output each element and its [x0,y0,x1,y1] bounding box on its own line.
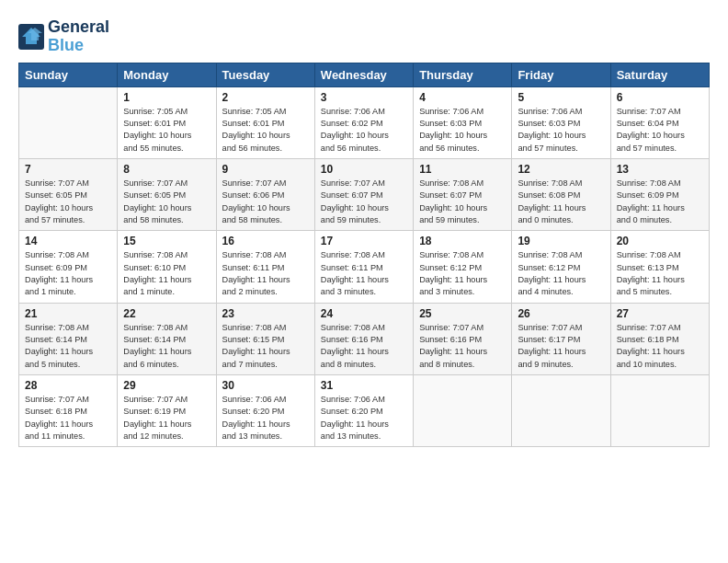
day-number: 2 [222,91,309,104]
day-info: Sunrise: 7:08 AM Sunset: 6:07 PM Dayligh… [419,178,506,226]
day-number: 24 [321,307,407,320]
day-number: 28 [25,379,111,392]
weekday-header-tuesday: Tuesday [216,63,314,86]
header: General Blue [18,18,710,55]
day-cell: 1Sunrise: 7:05 AM Sunset: 6:01 PM Daylig… [118,86,216,158]
day-info: Sunrise: 7:08 AM Sunset: 6:13 PM Dayligh… [617,249,703,298]
day-number: 17 [321,235,407,247]
day-cell: 19Sunrise: 7:08 AM Sunset: 6:12 PM Dayli… [512,231,610,303]
day-info: Sunrise: 7:08 AM Sunset: 6:14 PM Dayligh… [25,322,111,371]
day-cell: 29Sunrise: 7:07 AM Sunset: 6:19 PM Dayli… [118,375,216,447]
day-cell: 10Sunrise: 7:07 AM Sunset: 6:07 PM Dayli… [314,158,413,230]
day-number: 29 [123,379,210,392]
day-number: 12 [518,163,604,176]
day-number: 3 [321,91,407,104]
weekday-header-row: SundayMondayTuesdayWednesdayThursdayFrid… [19,63,710,86]
day-info: Sunrise: 7:08 AM Sunset: 6:14 PM Dayligh… [123,322,210,371]
day-number: 26 [518,307,604,320]
day-number: 30 [222,379,309,392]
day-number: 21 [25,307,111,320]
day-info: Sunrise: 7:06 AM Sunset: 6:20 PM Dayligh… [321,394,407,442]
day-number: 25 [419,307,506,320]
day-cell: 16Sunrise: 7:08 AM Sunset: 6:11 PM Dayli… [216,231,314,303]
day-cell: 9Sunrise: 7:07 AM Sunset: 6:06 PM Daylig… [216,158,314,230]
day-cell: 24Sunrise: 7:08 AM Sunset: 6:16 PM Dayli… [314,303,413,374]
day-cell: 13Sunrise: 7:08 AM Sunset: 6:09 PM Dayli… [610,158,709,230]
week-row-3: 14Sunrise: 7:08 AM Sunset: 6:09 PM Dayli… [19,231,710,303]
day-cell: 6Sunrise: 7:07 AM Sunset: 6:04 PM Daylig… [610,86,709,158]
logo-text: General Blue [48,18,109,55]
day-number: 4 [419,91,506,104]
day-cell: 30Sunrise: 7:06 AM Sunset: 6:20 PM Dayli… [216,375,314,447]
day-cell: 31Sunrise: 7:06 AM Sunset: 6:20 PM Dayli… [314,375,413,447]
page: General Blue SundayMondayTuesdayWednesda… [0,0,728,456]
day-info: Sunrise: 7:07 AM Sunset: 6:18 PM Dayligh… [25,394,111,442]
day-info: Sunrise: 7:08 AM Sunset: 6:10 PM Dayligh… [123,249,210,298]
day-info: Sunrise: 7:07 AM Sunset: 6:16 PM Dayligh… [419,322,506,371]
week-row-4: 21Sunrise: 7:08 AM Sunset: 6:14 PM Dayli… [19,303,710,374]
day-info: Sunrise: 7:08 AM Sunset: 6:08 PM Dayligh… [518,178,604,226]
day-info: Sunrise: 7:07 AM Sunset: 6:06 PM Dayligh… [222,178,309,226]
day-info: Sunrise: 7:07 AM Sunset: 6:07 PM Dayligh… [321,178,407,226]
day-cell: 21Sunrise: 7:08 AM Sunset: 6:14 PM Dayli… [19,303,118,374]
day-number: 8 [123,163,210,176]
day-cell [19,86,118,158]
day-cell: 11Sunrise: 7:08 AM Sunset: 6:07 PM Dayli… [414,158,512,230]
day-cell: 4Sunrise: 7:06 AM Sunset: 6:03 PM Daylig… [414,86,512,158]
day-info: Sunrise: 7:07 AM Sunset: 6:17 PM Dayligh… [518,322,604,371]
day-cell: 25Sunrise: 7:07 AM Sunset: 6:16 PM Dayli… [414,303,512,374]
day-info: Sunrise: 7:08 AM Sunset: 6:15 PM Dayligh… [222,322,309,371]
week-row-5: 28Sunrise: 7:07 AM Sunset: 6:18 PM Dayli… [19,375,710,447]
day-cell [512,375,610,447]
day-cell [414,375,512,447]
day-info: Sunrise: 7:07 AM Sunset: 6:04 PM Dayligh… [617,106,703,155]
weekday-header-friday: Friday [512,63,610,86]
day-number: 1 [123,91,210,104]
day-cell: 15Sunrise: 7:08 AM Sunset: 6:10 PM Dayli… [118,231,216,303]
day-info: Sunrise: 7:05 AM Sunset: 6:01 PM Dayligh… [222,106,309,155]
logo-icon [18,24,44,50]
day-cell: 14Sunrise: 7:08 AM Sunset: 6:09 PM Dayli… [19,231,118,303]
day-number: 14 [25,235,111,247]
day-cell: 23Sunrise: 7:08 AM Sunset: 6:15 PM Dayli… [216,303,314,374]
day-info: Sunrise: 7:07 AM Sunset: 6:05 PM Dayligh… [25,178,111,226]
day-info: Sunrise: 7:08 AM Sunset: 6:09 PM Dayligh… [617,178,703,226]
day-info: Sunrise: 7:06 AM Sunset: 6:03 PM Dayligh… [518,106,604,155]
day-number: 20 [617,235,703,247]
day-cell: 3Sunrise: 7:06 AM Sunset: 6:02 PM Daylig… [314,86,413,158]
weekday-header-sunday: Sunday [19,63,118,86]
day-info: Sunrise: 7:06 AM Sunset: 6:03 PM Dayligh… [419,106,506,155]
day-number: 10 [321,163,407,176]
week-row-2: 7Sunrise: 7:07 AM Sunset: 6:05 PM Daylig… [19,158,710,230]
day-number: 23 [222,307,309,320]
day-number: 19 [518,235,604,247]
weekday-header-monday: Monday [118,63,216,86]
day-info: Sunrise: 7:08 AM Sunset: 6:12 PM Dayligh… [518,249,604,298]
day-number: 18 [419,235,506,247]
day-cell: 12Sunrise: 7:08 AM Sunset: 6:08 PM Dayli… [512,158,610,230]
day-info: Sunrise: 7:06 AM Sunset: 6:02 PM Dayligh… [321,106,407,155]
day-info: Sunrise: 7:08 AM Sunset: 6:16 PM Dayligh… [321,322,407,371]
weekday-header-wednesday: Wednesday [314,63,413,86]
day-info: Sunrise: 7:08 AM Sunset: 6:11 PM Dayligh… [222,249,309,298]
day-info: Sunrise: 7:08 AM Sunset: 6:09 PM Dayligh… [25,249,111,298]
day-cell: 28Sunrise: 7:07 AM Sunset: 6:18 PM Dayli… [19,375,118,447]
day-number: 22 [123,307,210,320]
day-cell [610,375,709,447]
day-cell: 2Sunrise: 7:05 AM Sunset: 6:01 PM Daylig… [216,86,314,158]
day-number: 6 [617,91,703,104]
day-info: Sunrise: 7:06 AM Sunset: 6:20 PM Dayligh… [222,394,309,442]
day-info: Sunrise: 7:05 AM Sunset: 6:01 PM Dayligh… [123,106,210,155]
week-row-1: 1Sunrise: 7:05 AM Sunset: 6:01 PM Daylig… [19,86,710,158]
day-number: 9 [222,163,309,176]
day-info: Sunrise: 7:08 AM Sunset: 6:11 PM Dayligh… [321,249,407,298]
day-number: 16 [222,235,309,247]
day-number: 7 [25,163,111,176]
day-number: 11 [419,163,506,176]
weekday-header-thursday: Thursday [414,63,512,86]
calendar-table: SundayMondayTuesdayWednesdayThursdayFrid… [18,63,710,448]
day-cell: 8Sunrise: 7:07 AM Sunset: 6:05 PM Daylig… [118,158,216,230]
day-number: 5 [518,91,604,104]
day-number: 31 [321,379,407,392]
day-cell: 22Sunrise: 7:08 AM Sunset: 6:14 PM Dayli… [118,303,216,374]
